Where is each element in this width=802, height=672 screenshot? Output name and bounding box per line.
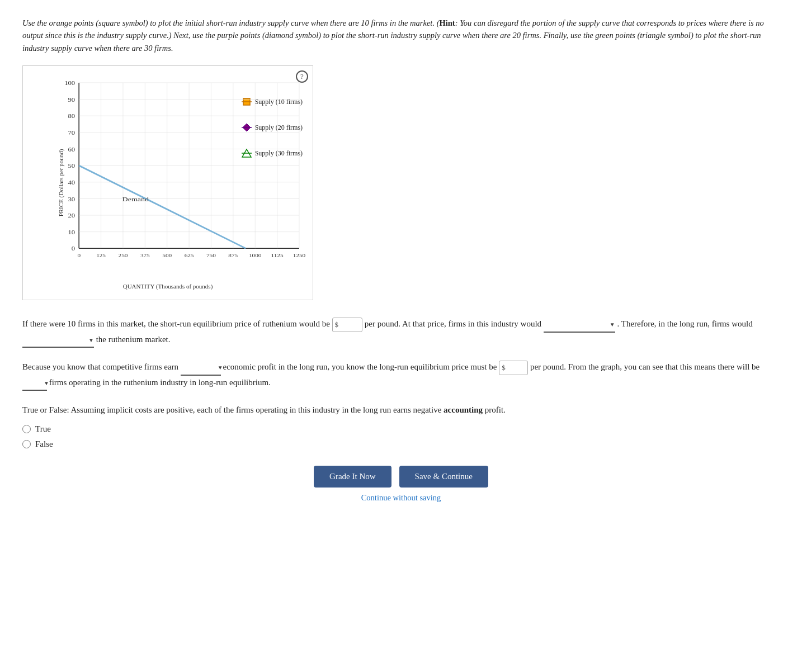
radio-false[interactable]: False bbox=[22, 439, 780, 449]
svg-line-50 bbox=[79, 166, 246, 249]
svg-text:40: 40 bbox=[68, 180, 76, 186]
svg-text:100: 100 bbox=[64, 81, 75, 86]
grade-button[interactable]: Grade It Now bbox=[314, 466, 391, 488]
q1-dollar-input[interactable]: $ bbox=[332, 318, 363, 332]
q1-text-after2: the ruthenium market. bbox=[96, 335, 171, 344]
q1-dropdown1[interactable]: earn positive earn negative earn zero bbox=[544, 317, 615, 333]
svg-text:1125: 1125 bbox=[271, 253, 284, 258]
svg-text:Demand: Demand bbox=[122, 196, 149, 203]
svg-text:70: 70 bbox=[68, 130, 76, 136]
q2-firms-select[interactable]: 10 20 30 bbox=[22, 378, 41, 387]
q1-entry-select[interactable]: enter exit stay in bbox=[25, 335, 86, 344]
radio-true-label: True bbox=[35, 424, 51, 434]
chevron-down-icon-1 bbox=[610, 317, 615, 332]
question-block-2: Because you know that competitive firms … bbox=[22, 360, 780, 391]
svg-text:875: 875 bbox=[228, 253, 238, 258]
button-row: Grade It Now Save & Continue Continue wi… bbox=[22, 466, 780, 503]
help-icon[interactable]: ? bbox=[296, 70, 308, 83]
continue-without-saving-link[interactable]: Continue without saving bbox=[361, 493, 441, 503]
chart-svg: 0 10 20 30 40 50 60 70 80 90 100 0 125 2… bbox=[55, 83, 307, 266]
dollar-sign-1: $ bbox=[335, 319, 339, 331]
q2-text-after: per pound. From the graph, you can see t… bbox=[530, 363, 759, 372]
q2-dollar-input[interactable]: $ bbox=[499, 361, 528, 375]
radio-false-label: False bbox=[35, 439, 53, 449]
chevron-down-icon-4 bbox=[44, 376, 49, 390]
q2-price-input[interactable] bbox=[507, 363, 525, 372]
dollar-sign-2: $ bbox=[502, 362, 506, 374]
x-axis-label: QUANTITY (Thousands of pounds) bbox=[123, 283, 213, 290]
q2-text-end: firms operating in the ruthenium industr… bbox=[49, 378, 271, 387]
hint-label: Hint bbox=[439, 18, 455, 27]
svg-text:0: 0 bbox=[77, 253, 81, 258]
svg-text:50: 50 bbox=[68, 163, 76, 169]
q2-dropdown3[interactable]: zero positive negative bbox=[181, 360, 221, 376]
radio-true[interactable]: True bbox=[22, 424, 780, 434]
svg-text:125: 125 bbox=[96, 253, 106, 258]
chevron-down-icon-3 bbox=[218, 360, 223, 375]
save-continue-button[interactable]: Save & Continue bbox=[399, 466, 488, 488]
svg-text:20: 20 bbox=[68, 213, 76, 219]
instructions: Use the orange points (square symbol) to… bbox=[22, 17, 780, 54]
q2-profit-type-select[interactable]: zero positive negative bbox=[181, 363, 215, 372]
q2-text-before: Because you know that competitive firms … bbox=[22, 363, 178, 372]
q2-dropdown4[interactable]: 10 20 30 bbox=[22, 376, 47, 391]
svg-text:625: 625 bbox=[185, 253, 194, 258]
svg-text:30: 30 bbox=[68, 197, 76, 202]
q1-text-after1: . Therefore, in the long run, firms woul… bbox=[617, 320, 752, 329]
q3-text: True or False: Assuming implicit costs a… bbox=[22, 403, 780, 417]
svg-text:10: 10 bbox=[68, 230, 76, 235]
chart-container: ? PRICE (Dollars per pound) Supply (10 f… bbox=[22, 65, 313, 300]
chevron-down-icon-2 bbox=[88, 333, 94, 347]
svg-text:500: 500 bbox=[162, 253, 172, 258]
radio-false-input[interactable] bbox=[22, 440, 31, 448]
q1-text-middle: per pound. At that price, firms in this … bbox=[365, 320, 541, 329]
chart-area: 0 10 20 30 40 50 60 70 80 90 100 0 125 2… bbox=[55, 83, 307, 266]
q1-text-before: If there were 10 firms in this market, t… bbox=[22, 320, 330, 329]
q2-text-middle: economic profit in the long run, you kno… bbox=[223, 363, 497, 372]
bold-accounting: accounting bbox=[444, 405, 483, 414]
svg-text:90: 90 bbox=[68, 97, 76, 103]
radio-true-input[interactable] bbox=[22, 425, 31, 433]
svg-text:1250: 1250 bbox=[293, 253, 305, 258]
button-group: Grade It Now Save & Continue bbox=[314, 466, 488, 488]
q1-profit-select[interactable]: earn positive earn negative earn zero bbox=[546, 320, 607, 329]
svg-text:0: 0 bbox=[72, 246, 76, 252]
q1-dropdown2[interactable]: enter exit stay in bbox=[22, 333, 94, 348]
svg-text:60: 60 bbox=[68, 147, 76, 153]
true-false-section: True or False: Assuming implicit costs a… bbox=[22, 403, 780, 449]
q1-price-input[interactable] bbox=[339, 320, 360, 329]
svg-text:1000: 1000 bbox=[249, 253, 261, 258]
svg-text:250: 250 bbox=[119, 253, 128, 258]
question-block-1: If there were 10 firms in this market, t… bbox=[22, 317, 780, 348]
svg-text:750: 750 bbox=[206, 253, 216, 258]
svg-text:80: 80 bbox=[68, 113, 76, 119]
svg-text:375: 375 bbox=[140, 253, 150, 258]
